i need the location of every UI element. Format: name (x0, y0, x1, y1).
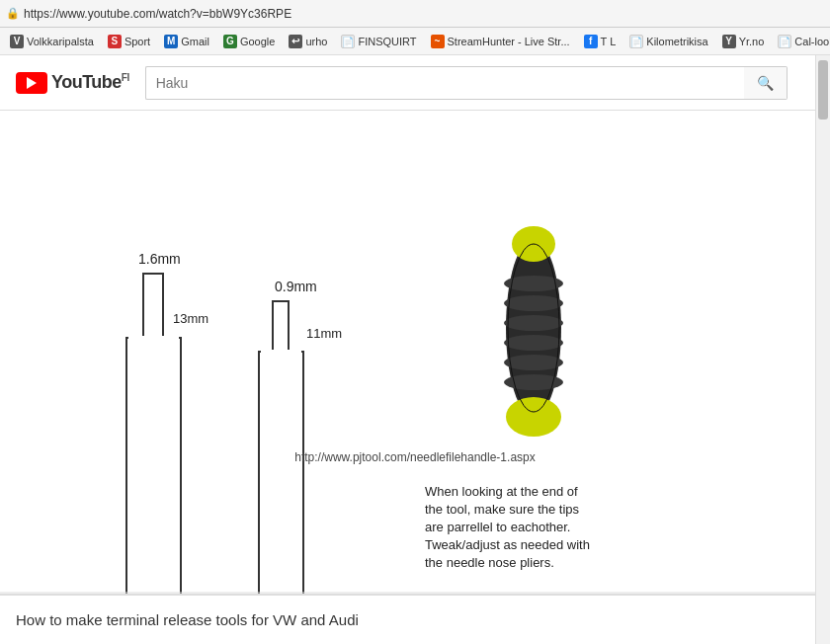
svg-point-12 (504, 335, 563, 351)
url-display[interactable]: https://www.youtube.com/watch?v=bbW9Yc36… (24, 7, 824, 21)
scrollbar[interactable] (815, 55, 830, 644)
bookmark-yrno[interactable]: Y Yr.no (716, 33, 771, 50)
bookmark-kilometrikisa[interactable]: 📄 Kilometrikisa (623, 33, 713, 50)
handle-url: http://www.pjtool.com/needlefilehandle-1… (294, 450, 535, 464)
svg-rect-1 (143, 274, 163, 339)
instructions-line5: the needle nose pliers. (425, 555, 554, 570)
svg-point-11 (504, 315, 563, 331)
streamhunter-icon: ~ (431, 35, 445, 48)
bookmark-label: Yr.no (739, 36, 765, 47)
search-icon: 🔍 (757, 75, 774, 91)
ssl-icon: 🔒 (6, 7, 20, 20)
junior-width-label: 1.6mm (138, 251, 181, 267)
bookmark-label: urho (305, 36, 327, 47)
youtube-logo-icon (16, 72, 47, 94)
video-title-bar: How to make terminal release tools for V… (0, 595, 830, 644)
bookmark-label: Kilometrikisa (646, 36, 707, 47)
search-button[interactable]: 🔍 (744, 66, 788, 100)
svg-point-10 (504, 295, 563, 311)
bookmark-label: StreamHunter - Live Str... (448, 36, 570, 47)
tl-icon: f (584, 35, 598, 48)
search-container: 🔍 (145, 66, 788, 100)
bookmark-label: FINSQUIRT (358, 36, 416, 47)
instructions-line4: Tweak/adjust as needed with (425, 537, 590, 552)
instructions-line1: When looking at the end of (425, 484, 578, 499)
svg-rect-4 (273, 301, 289, 353)
gmail-icon: M (164, 35, 178, 48)
youtube-logo-text: YouTubeFI (51, 72, 129, 93)
bookmark-streamhunter[interactable]: ~ StreamHunter - Live Str... (425, 33, 576, 50)
bookmark-label: Google (240, 36, 275, 47)
micro-height-label: 11mm (306, 326, 342, 341)
bookmark-label: Gmail (181, 36, 209, 47)
finsquirt-icon: 📄 (341, 35, 355, 48)
instructions-line3: are parrellel to eachother. (425, 520, 570, 534)
svg-rect-3 (259, 352, 303, 595)
sport-icon: S (108, 35, 122, 48)
youtube-locale: FI (122, 72, 129, 83)
svg-rect-2 (128, 336, 179, 340)
bookmark-volkkaripalsta[interactable]: V Volkkaripalsta (4, 33, 100, 50)
bookmark-finsquirt[interactable]: 📄 FINSQUIRT (335, 33, 422, 50)
volkkaripalsta-icon: V (10, 35, 24, 48)
google-icon: G (223, 35, 237, 48)
bookmark-label: Sport (124, 36, 150, 47)
bookmark-sport[interactable]: S Sport (102, 33, 156, 50)
bookmark-tl[interactable]: f T L (578, 33, 622, 50)
micro-width-label: 0.9mm (275, 279, 317, 294)
yrno-icon: Y (722, 35, 736, 48)
svg-rect-5 (261, 350, 301, 354)
kilometrikisa-icon: 📄 (629, 35, 643, 48)
svg-point-13 (504, 355, 563, 370)
bookmark-urho[interactable]: ↩ urho (283, 33, 333, 50)
svg-point-8 (506, 397, 561, 437)
video-title: How to make terminal release tools for V… (16, 611, 359, 628)
bookmark-label: T L (601, 36, 617, 47)
video-frame: 1.6mm 0.9mm 13mm 11mm Junior Micro (0, 111, 830, 595)
urho-icon: ↩ (289, 35, 302, 48)
instructions-line2: the tool, make sure the tips (425, 502, 580, 517)
bookmark-label: Volkkaripalsta (27, 36, 94, 47)
scroll-thumb[interactable] (818, 60, 828, 120)
bookmarks-bar: V Volkkaripalsta S Sport M Gmail G Googl… (0, 28, 830, 55)
address-bar: 🔒 https://www.youtube.com/watch?v=bbW9Yc… (0, 0, 830, 28)
bookmark-callook[interactable]: 📄 Cal-look (772, 33, 830, 50)
youtube-logo[interactable]: YouTubeFI (16, 72, 129, 94)
bookmark-gmail[interactable]: M Gmail (158, 33, 215, 50)
youtube-header: YouTubeFI 🔍 (0, 55, 830, 111)
bookmark-label: Cal-look (794, 36, 830, 47)
svg-rect-0 (126, 338, 181, 595)
bookmark-google[interactable]: G Google (217, 33, 281, 50)
junior-height-label: 13mm (173, 311, 208, 326)
callook-icon: 📄 (778, 35, 791, 48)
search-input[interactable] (145, 66, 744, 100)
